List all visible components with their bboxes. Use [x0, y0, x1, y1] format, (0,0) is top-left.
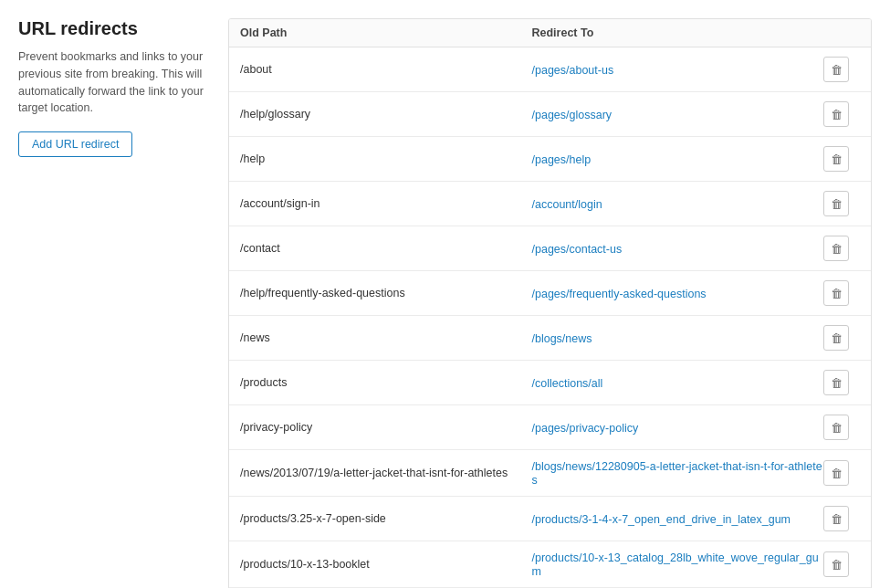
old-path-cell: /products	[240, 376, 532, 389]
old-path-cell: /news/2013/07/19/a-letter-jacket-that-is…	[240, 467, 532, 479]
row-actions: 🗑	[823, 506, 860, 531]
table-row: /account/sign-in/account/login🗑	[229, 182, 871, 226]
sidebar-description: Prevent bookmarks and links to your prev…	[18, 48, 210, 117]
row-actions: 🗑	[823, 57, 860, 82]
old-path-cell: /products/10-x-13-booklet	[240, 558, 532, 571]
redirect-to-cell: /products/3-1-4-x-7_open_end_drive_in_la…	[532, 512, 824, 526]
row-actions: 🗑	[823, 325, 860, 351]
redirect-link[interactable]: /pages/privacy-policy	[532, 422, 639, 435]
table-row: /help/glossary/pages/glossary🗑	[229, 92, 871, 137]
delete-redirect-button[interactable]: 🗑	[823, 415, 849, 440]
delete-redirect-button[interactable]: 🗑	[823, 506, 849, 531]
redirect-to-cell: /pages/privacy-policy	[532, 421, 824, 435]
row-actions: 🗑	[823, 460, 860, 486]
old-path-cell: /about	[240, 63, 532, 76]
actions-header	[823, 26, 860, 39]
old-path-cell: /news	[240, 331, 532, 344]
table-row: /products/collections/all🗑	[229, 361, 871, 405]
delete-redirect-button[interactable]: 🗑	[823, 57, 849, 82]
table-body: /about/pages/about-us🗑/help/glossary/pag…	[229, 47, 871, 588]
old-path-cell: /account/sign-in	[240, 197, 532, 210]
add-url-redirect-button[interactable]: Add URL redirect	[18, 131, 132, 157]
redirect-to-cell: /blogs/news/12280905-a-letter-jacket-tha…	[532, 459, 824, 487]
redirect-link[interactable]: /pages/about-us	[532, 64, 614, 77]
delete-redirect-button[interactable]: 🗑	[823, 236, 849, 261]
old-path-cell: /contact	[240, 242, 532, 255]
old-path-cell: /help/frequently-asked-questions	[240, 287, 532, 299]
sidebar: URL redirects Prevent bookmarks and link…	[18, 18, 210, 588]
page-title: URL redirects	[18, 18, 210, 39]
table-row: /help/frequently-asked-questions/pages/f…	[229, 271, 871, 316]
delete-redirect-button[interactable]: 🗑	[823, 370, 849, 395]
delete-redirect-button[interactable]: 🗑	[823, 460, 849, 486]
redirect-to-cell: /pages/frequently-asked-questions	[532, 287, 824, 300]
row-actions: 🗑	[823, 551, 860, 577]
redirect-to-cell: /pages/help	[532, 152, 824, 166]
page-container: URL redirects Prevent bookmarks and link…	[0, 0, 890, 588]
table-row: /products/3.25-x-7-open-side/products/3-…	[229, 497, 871, 541]
redirect-to-cell: /products/10-x-13_catalog_28lb_white_wov…	[532, 551, 824, 578]
redirect-link[interactable]: /account/login	[532, 198, 602, 211]
row-actions: 🗑	[823, 191, 860, 216]
old-path-cell: /privacy-policy	[240, 421, 532, 434]
redirect-to-cell: /pages/contact-us	[532, 242, 824, 256]
row-actions: 🗑	[823, 370, 860, 395]
table-row: /help/pages/help🗑	[229, 137, 871, 182]
delete-redirect-button[interactable]: 🗑	[823, 101, 849, 127]
delete-redirect-button[interactable]: 🗑	[823, 325, 849, 351]
table-row: /products/10-x-13-booklet/products/10-x-…	[229, 541, 871, 588]
redirect-to-header: Redirect To	[532, 26, 824, 39]
redirect-to-cell: /pages/glossary	[532, 108, 824, 121]
redirect-link[interactable]: /products/10-x-13_catalog_28lb_white_wov…	[532, 551, 819, 578]
delete-redirect-button[interactable]: 🗑	[823, 191, 849, 216]
redirect-link[interactable]: /blogs/news/12280905-a-letter-jacket-tha…	[532, 460, 822, 487]
redirect-link[interactable]: /pages/contact-us	[532, 243, 623, 256]
redirect-link[interactable]: /pages/frequently-asked-questions	[532, 288, 707, 300]
delete-redirect-button[interactable]: 🗑	[823, 146, 849, 172]
table-row: /privacy-policy/pages/privacy-policy🗑	[229, 405, 871, 450]
row-actions: 🗑	[823, 280, 860, 306]
table-row: /news/2013/07/19/a-letter-jacket-that-is…	[229, 450, 871, 497]
old-path-cell: /help/glossary	[240, 108, 532, 121]
redirect-link[interactable]: /products/3-1-4-x-7_open_end_drive_in_la…	[532, 513, 791, 526]
delete-redirect-button[interactable]: 🗑	[823, 280, 849, 306]
table-row: /about/pages/about-us🗑	[229, 47, 871, 92]
redirect-to-cell: /collections/all	[532, 376, 824, 390]
redirect-link[interactable]: /pages/help	[532, 153, 592, 166]
row-actions: 🗑	[823, 101, 860, 127]
table-row: /contact/pages/contact-us🗑	[229, 226, 871, 271]
redirects-table: Old Path Redirect To /about/pages/about-…	[228, 18, 872, 588]
redirect-to-cell: /account/login	[532, 197, 824, 211]
redirect-link[interactable]: /collections/all	[532, 377, 603, 390]
redirect-link[interactable]: /blogs/news	[532, 332, 592, 345]
table-header: Old Path Redirect To	[229, 19, 871, 47]
row-actions: 🗑	[823, 236, 860, 261]
old-path-cell: /products/3.25-x-7-open-side	[240, 512, 532, 525]
old-path-header: Old Path	[240, 26, 532, 39]
old-path-cell: /help	[240, 152, 532, 165]
table-row: /news/blogs/news🗑	[229, 316, 871, 361]
row-actions: 🗑	[823, 415, 860, 440]
row-actions: 🗑	[823, 146, 860, 172]
redirect-link[interactable]: /pages/glossary	[532, 109, 613, 121]
delete-redirect-button[interactable]: 🗑	[823, 551, 849, 577]
redirect-to-cell: /blogs/news	[532, 331, 824, 345]
redirect-to-cell: /pages/about-us	[532, 63, 824, 77]
